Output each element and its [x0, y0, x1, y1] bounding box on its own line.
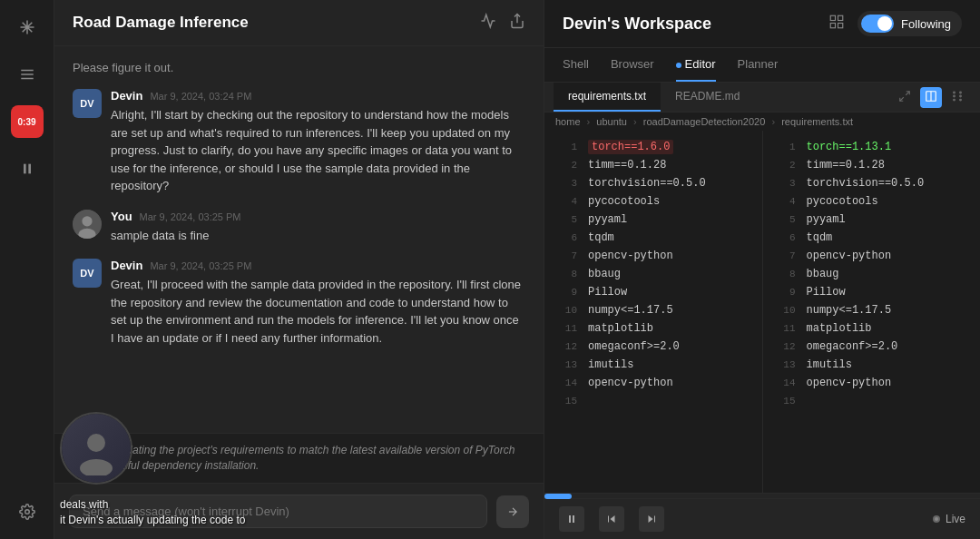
- message-group-devin-1: DV Devin Mar 9, 2024, 03:24 PM Alright, …: [73, 89, 525, 195]
- tab-shell[interactable]: Shell: [563, 48, 589, 82]
- editor-tab-readme[interactable]: README.md: [661, 83, 754, 112]
- workspace-tabs: Shell Browser Editor Planner: [544, 48, 980, 83]
- overlay-text: deals with it Devin's actually updating …: [60, 497, 245, 528]
- svg-rect-14: [838, 15, 843, 20]
- code-line: 13imutils: [544, 356, 762, 374]
- text-you: sample data is fine: [111, 227, 525, 245]
- svg-rect-4: [28, 164, 31, 174]
- tab-planner[interactable]: Planner: [738, 48, 779, 82]
- message-header-devin-1: Devin Mar 9, 2024, 03:24 PM: [111, 89, 525, 103]
- toggle-switch[interactable]: [861, 15, 894, 33]
- chat-header-icons: [480, 13, 525, 33]
- video-placeholder: [62, 414, 131, 483]
- message-header-you: You Mar 9, 2024, 03:25 PM: [111, 210, 525, 223]
- code-line: 13imutils: [763, 356, 981, 374]
- chat-messages: Please figure it out. DV Devin Mar 9, 20…: [54, 46, 544, 433]
- scrollbar-thumb: [544, 494, 572, 499]
- tab-browser[interactable]: Browser: [611, 48, 654, 82]
- svg-rect-3: [24, 164, 26, 174]
- svg-line-18: [900, 97, 904, 101]
- author-devin-2: Devin: [111, 259, 142, 272]
- code-line: 15: [763, 392, 981, 410]
- code-line: 12omegaconf>=2.0: [544, 338, 762, 356]
- time-devin-1: Mar 9, 2024, 03:24 PM: [150, 91, 251, 102]
- skip-back-control[interactable]: [599, 506, 624, 532]
- code-line: 11matplotlib: [544, 319, 762, 338]
- following-toggle[interactable]: Following: [858, 11, 962, 36]
- svg-point-24: [954, 92, 956, 93]
- code-line: 5pyyaml: [763, 211, 981, 229]
- code-line: 9Pillow: [544, 283, 762, 301]
- send-button[interactable]: [496, 495, 529, 528]
- skip-forward-control[interactable]: [639, 506, 664, 532]
- svg-point-5: [24, 510, 29, 514]
- editor-area: requirements.txt README.md: [544, 83, 980, 539]
- expand-icon[interactable]: [898, 90, 911, 105]
- svg-point-22: [954, 95, 956, 97]
- editor-controls: Live: [544, 498, 980, 539]
- svg-point-21: [960, 92, 962, 93]
- code-line: 4pycocotools: [763, 192, 981, 211]
- code-line: 2timm==0.1.28: [544, 156, 762, 174]
- sidebar-timer: 0:39: [11, 105, 44, 138]
- svg-marker-31: [649, 515, 653, 523]
- code-line: 6tqdm: [763, 229, 981, 247]
- chart-icon[interactable]: [480, 13, 496, 33]
- avatar-devin-2: DV: [73, 259, 102, 288]
- live-dot: [933, 515, 940, 523]
- system-message: Please figure it out.: [73, 61, 525, 74]
- editor-tab-icons: [891, 87, 971, 108]
- code-line: 1torch==1.13.1: [763, 138, 981, 156]
- sidebar-icon-gear[interactable]: [11, 495, 44, 528]
- toggle-knob: [877, 16, 892, 31]
- time-you: Mar 9, 2024, 03:25 PM: [140, 211, 241, 222]
- share-icon[interactable]: [509, 13, 525, 33]
- code-line: 10numpy<=1.17.5: [763, 301, 981, 319]
- text-devin-1: Alright, I'll start by checking out the …: [111, 106, 525, 195]
- svg-line-17: [906, 91, 909, 94]
- code-line: 5pyyaml: [544, 211, 762, 229]
- grid-icon[interactable]: [828, 14, 845, 34]
- time-devin-2: Mar 9, 2024, 03:25 PM: [150, 260, 251, 271]
- message-group-you: You Mar 9, 2024, 03:25 PM sample data is…: [73, 210, 525, 245]
- tab-editor[interactable]: Editor: [676, 48, 716, 82]
- split-icon[interactable]: [920, 87, 942, 108]
- overlay-line1: deals with: [60, 497, 245, 513]
- message-header-devin-2: Devin Mar 9, 2024, 03:25 PM: [111, 259, 525, 272]
- message-group-devin-2: DV Devin Mar 9, 2024, 03:25 PM Great, I'…: [73, 259, 525, 347]
- author-devin-1: Devin: [111, 89, 142, 103]
- svg-rect-16: [838, 24, 843, 28]
- code-line: 6tqdm: [544, 229, 762, 247]
- workspace-header-right: Following: [828, 11, 962, 36]
- code-line: 4pycocotools: [544, 192, 762, 211]
- sidebar: 0:39: [0, 0, 54, 539]
- chat-title: Road Damage Inference: [73, 14, 249, 32]
- overlay-line2: it Devin's actually updating the code to: [60, 513, 245, 528]
- text-devin-2: Great, I'll proceed with the sample data…: [111, 276, 525, 347]
- code-line: 8bbaug: [544, 265, 762, 283]
- code-area: 1torch==1.6.02timm==0.1.283torchvision==…: [544, 131, 980, 493]
- user-video: [60, 412, 132, 485]
- workspace-panel: Devin's Workspace Following Shell Browse…: [544, 0, 980, 539]
- svg-point-12: [80, 459, 113, 475]
- workspace-title: Devin's Workspace: [563, 15, 711, 34]
- more-icon[interactable]: [951, 90, 964, 105]
- svg-rect-13: [830, 15, 835, 20]
- svg-point-11: [87, 434, 105, 452]
- sidebar-icon-pause[interactable]: [11, 152, 44, 185]
- code-line: 9Pillow: [763, 283, 981, 301]
- author-you: You: [111, 210, 132, 223]
- code-line: 3torchvision==0.5.0: [544, 174, 762, 192]
- status-text: Devin is updating the project's requirem…: [73, 443, 525, 474]
- svg-point-25: [954, 99, 956, 101]
- code-line: 15: [544, 392, 762, 410]
- editor-tab-requirements[interactable]: requirements.txt: [554, 83, 661, 112]
- sidebar-icon-list[interactable]: [11, 58, 44, 91]
- editor-scrollbar[interactable]: [544, 493, 980, 498]
- pause-control[interactable]: [559, 506, 584, 532]
- svg-rect-28: [573, 515, 574, 523]
- breadcrumb: home › ubuntu › roadDamageDetection2020 …: [544, 113, 980, 131]
- timer-display: 0:39: [17, 117, 35, 127]
- sidebar-icon-asterisk[interactable]: [11, 11, 44, 44]
- live-indicator: Live: [933, 513, 965, 525]
